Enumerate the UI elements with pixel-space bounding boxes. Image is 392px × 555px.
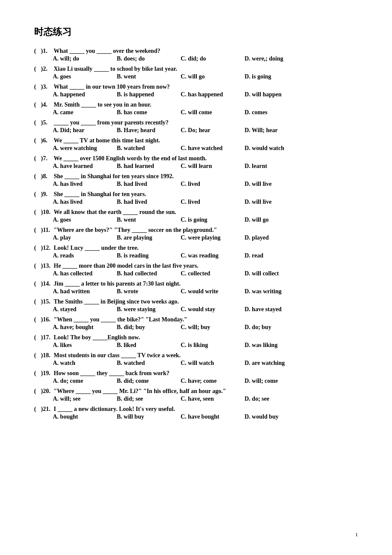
open-paren: ( <box>34 245 40 251</box>
option-a: A. came <box>53 109 112 116</box>
page-title: 时态练习 <box>34 26 358 38</box>
question-text: We all know that the earth _____ round t… <box>54 209 358 216</box>
open-paren: ( <box>34 406 40 413</box>
open-paren: ( <box>34 209 40 216</box>
question-block: ()4.Mr. Smith _____ to see you in an hou… <box>34 101 358 116</box>
question-line: ()9.She _____ in Shanghai for ten years. <box>34 191 358 198</box>
option-a: A. do; come <box>53 378 112 384</box>
question-line: ()13.He _____ more than 200 model cars i… <box>34 263 358 269</box>
option-d: D. will; come <box>245 378 304 384</box>
option-d: D. read <box>245 252 304 259</box>
question-text: We _____ TV at home this time last night… <box>54 137 358 144</box>
question-line: ()7.We _____ over 1500 English words by … <box>34 155 358 162</box>
option-a: A. will; do <box>53 55 112 62</box>
option-c: C. Do; hear <box>181 127 240 134</box>
option-d: D. would watch <box>245 145 304 152</box>
question-text: Look! Lucy _____ under the tree. <box>54 245 358 251</box>
question-number: )8. <box>41 173 54 180</box>
option-b: B. went <box>117 217 176 223</box>
open-paren: ( <box>34 280 40 287</box>
question-number: )3. <box>41 84 54 90</box>
question-number: )14. <box>41 280 54 287</box>
question-block: ()19.How soon _____ they _____ back from… <box>34 370 358 384</box>
question-number: )19. <box>41 370 54 377</box>
open-paren: ( <box>34 263 40 269</box>
option-a: A. play <box>53 234 112 241</box>
option-c: C. will learn <box>181 163 240 170</box>
question-line: ()2.Xiao Li usually _____ to school by b… <box>34 66 358 72</box>
question-number: )10. <box>41 209 54 216</box>
question-text: Xiao Li usually _____ to school by bike … <box>54 66 358 72</box>
question-block: ()12.Look! Lucy _____ under the tree.A. … <box>34 245 358 259</box>
option-d: D. were,; doing <box>245 55 304 62</box>
question-block: ()3.What _____ in our town 100 years fro… <box>34 84 358 98</box>
question-block: ()18.Most students in our class _____ TV… <box>34 352 358 367</box>
option-c: C. have bought <box>181 413 240 420</box>
question-block: ()8.She _____ in Shanghai for ten years … <box>34 173 358 188</box>
option-c: C. would stay <box>181 306 240 313</box>
option-a: A. reads <box>53 252 112 259</box>
question-text: "Where _____ you _____ Mr. Li?" "In his … <box>54 388 358 395</box>
option-d: D. comes <box>245 109 304 116</box>
options-line: A. has collectedB. had collectedC. colle… <box>34 270 358 277</box>
option-c: C. is liking <box>181 342 240 349</box>
question-block: ()14.Jim _____ a letter to his parents a… <box>34 280 358 295</box>
options-line: A. Did; hearB. Have; heardC. Do; hearD. … <box>34 127 358 134</box>
option-c: C. lived <box>181 199 240 205</box>
question-line: ()11."Where are the boys?" "They _____ s… <box>34 227 358 234</box>
question-line: ()6.We _____ TV at home this time last n… <box>34 137 358 144</box>
question-text: Look! The boy _____English now. <box>54 334 358 341</box>
question-text: What _____ you _____ over the weekend? <box>54 48 358 55</box>
question-text: I _____ a new dictionary. Look! It's ver… <box>54 406 358 413</box>
question-block: ()13.He _____ more than 200 model cars i… <box>34 263 358 277</box>
question-number: )2. <box>41 66 54 72</box>
question-number: )13. <box>41 263 54 269</box>
question-text: She _____ in Shanghai for ten years. <box>54 191 358 198</box>
option-a: A. has collected <box>53 270 112 277</box>
question-text: How soon _____ they _____ back from work… <box>54 370 358 377</box>
option-d: D. will collect <box>245 270 304 277</box>
option-d: D. was writing <box>245 288 304 295</box>
options-line: A. watchB. watchedC. will watchD. are wa… <box>34 360 358 367</box>
question-line: ()15.The Smiths _____ in Beijing since t… <box>34 298 358 305</box>
option-b: B. watched <box>117 360 176 367</box>
options-line: A. were watchingB. watchedC. have watche… <box>34 145 358 152</box>
question-number: )5. <box>41 119 54 126</box>
question-block: ()7.We _____ over 1500 English words by … <box>34 155 358 170</box>
question-text: We _____ over 1500 English words by the … <box>54 155 358 162</box>
question-block: ()11."Where are the boys?" "They _____ s… <box>34 227 358 241</box>
question-line: ()8.She _____ in Shanghai for ten years … <box>34 173 358 180</box>
question-text: "Where are the boys?" "They _____ soccer… <box>54 227 358 234</box>
question-block: ()1.What _____ you _____ over the weeken… <box>34 48 358 62</box>
option-c: C. will come <box>181 109 240 116</box>
option-d: D. have stayed <box>245 306 304 313</box>
option-c: C. have; come <box>181 378 240 384</box>
question-line: ()14.Jim _____ a letter to his parents a… <box>34 280 358 287</box>
open-paren: ( <box>34 84 40 90</box>
option-a: A. watch <box>53 360 112 367</box>
option-a: A. stayed <box>53 306 112 313</box>
question-number: )17. <box>41 334 54 341</box>
option-a: A. have; bought <box>53 324 112 331</box>
question-text: _____ you _____ from your parents recent… <box>54 119 358 126</box>
question-line: ()4.Mr. Smith _____ to see you in an hou… <box>34 101 358 108</box>
option-c: C. will; buy <box>181 324 240 331</box>
options-line: A. happenedB. is happenedC. has happened… <box>34 91 358 98</box>
option-d: D. will live <box>245 199 304 205</box>
question-line: ()16."When _____ you _____ the bike?" "L… <box>34 316 358 323</box>
question-line: ()10.We all know that the earth _____ ro… <box>34 209 358 216</box>
option-c: C. is going <box>181 217 240 223</box>
question-text: She _____ in Shanghai for ten years sinc… <box>54 173 358 180</box>
option-d: D. will live <box>245 181 304 188</box>
options-line: A. have; boughtB. did; buyC. will; buyD.… <box>34 324 358 331</box>
options-line: A. likesB. likedC. is likingD. was likin… <box>34 342 358 349</box>
option-d: D. Will; hear <box>245 127 304 134</box>
question-block: ()16."When _____ you _____ the bike?" "L… <box>34 316 358 331</box>
open-paren: ( <box>34 370 40 377</box>
question-block: ()21.I _____ a new dictionary. Look! It'… <box>34 406 358 420</box>
option-d: D. do; buy <box>245 324 304 331</box>
option-b: B. liked <box>117 342 176 349</box>
question-block: ()10.We all know that the earth _____ ro… <box>34 209 358 223</box>
open-paren: ( <box>34 155 40 162</box>
open-paren: ( <box>34 173 40 180</box>
